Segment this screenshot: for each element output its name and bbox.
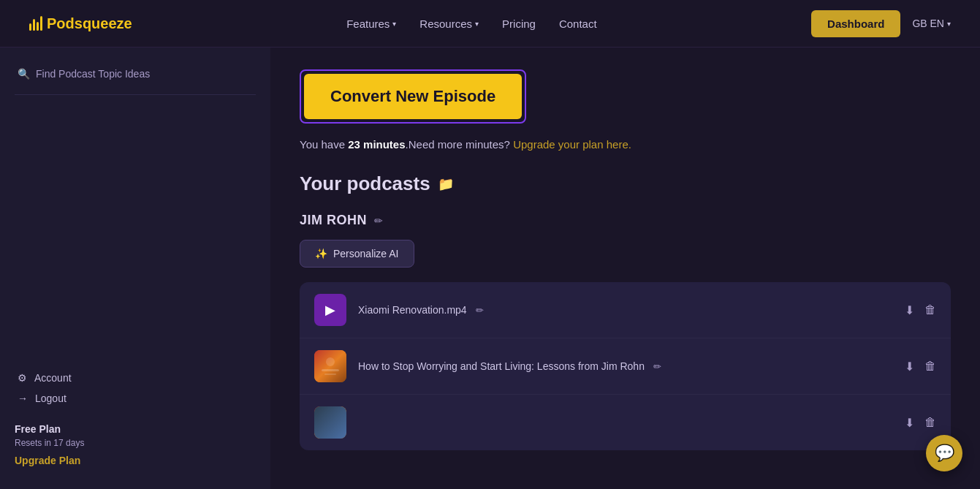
convert-new-episode-button[interactable]: Convert New Episode	[304, 74, 522, 119]
episode-thumb-svg	[314, 350, 346, 382]
nav-resources-label: Resources	[419, 18, 472, 30]
plan-resets: Resets in 17 days	[15, 438, 256, 448]
logo-icon[interactable]: Podsqueeze	[29, 15, 132, 32]
table-row: ⬇ 🗑	[300, 395, 951, 450]
delete-icon[interactable]: 🗑	[924, 360, 936, 373]
episode-title: How to Stop Worrying and Start Living: L…	[358, 360, 893, 372]
table-row: ▶ Xiaomi Renovation.mp4 ✏ ⬇ 🗑	[300, 282, 951, 338]
upgrade-plan-here-link[interactable]: Upgrade your plan here.	[513, 138, 631, 151]
minutes-prefix: You have	[300, 138, 348, 151]
chevron-down-icon: ▾	[475, 20, 479, 28]
episode-thumbnail	[314, 350, 346, 382]
svg-rect-3	[324, 374, 336, 375]
episode-thumbnail	[314, 406, 346, 439]
plan-name: Free Plan	[15, 423, 256, 435]
dashboard-button[interactable]: Dashboard	[811, 10, 900, 37]
main-layout: 🔍 Find Podcast Topic Ideas ⚙ Account → L…	[0, 48, 980, 489]
find-topic-label: Find Podcast Topic Ideas	[36, 68, 150, 80]
navbar: Podsqueeze Features ▾ Resources ▾ Pricin…	[0, 0, 980, 48]
folder-icon[interactable]: 📁	[438, 176, 454, 192]
episodes-list: ▶ Xiaomi Renovation.mp4 ✏ ⬇ 🗑	[300, 282, 951, 450]
episode-title-text: How to Stop Worrying and Start Living: L…	[358, 360, 645, 372]
navbar-right: Dashboard GB EN ▾	[811, 10, 951, 37]
section-title-text: Your podcasts	[300, 173, 430, 195]
episode-edit-icon[interactable]: ✏	[476, 305, 484, 316]
personalize-ai-label: Personalize AI	[333, 248, 399, 259]
your-podcasts-section-title: Your podcasts 📁	[300, 173, 951, 195]
account-label: Account	[34, 372, 72, 384]
episode-title-text: Xiaomi Renovation.mp4	[358, 304, 467, 316]
podcast-edit-icon[interactable]: ✏	[374, 215, 383, 227]
svg-rect-4	[314, 406, 346, 439]
upgrade-plan-link[interactable]: Upgrade Plan	[15, 455, 80, 466]
language-selector[interactable]: GB EN ▾	[912, 18, 951, 29]
search-icon: 🔍	[18, 68, 30, 80]
episode-actions: ⬇ 🗑	[905, 303, 936, 317]
episode-actions: ⬇ 🗑	[905, 360, 936, 374]
download-icon[interactable]: ⬇	[905, 416, 914, 430]
minutes-value: 23 minutes	[348, 138, 405, 151]
logout-label: Logout	[35, 393, 67, 404]
sidebar-top: 🔍 Find Podcast Topic Ideas	[15, 62, 256, 104]
chevron-down-icon: ▾	[947, 20, 951, 28]
episode-edit-icon[interactable]: ✏	[653, 361, 661, 372]
find-podcast-topic-button[interactable]: 🔍 Find Podcast Topic Ideas	[15, 62, 256, 86]
delete-icon[interactable]: 🗑	[924, 416, 936, 429]
lang-label: GB EN	[912, 18, 944, 29]
podcast-name: JIM ROHN	[300, 213, 367, 228]
episode-thumb-svg	[314, 406, 346, 439]
podcast-name-row: JIM ROHN ✏	[300, 213, 951, 228]
episode-title: Xiaomi Renovation.mp4 ✏	[358, 304, 893, 316]
nav-resources[interactable]: Resources ▾	[419, 18, 479, 30]
plan-section: Free Plan Resets in 17 days Upgrade Plan	[15, 423, 256, 467]
logo-area: Podsqueeze	[29, 15, 132, 32]
svg-point-1	[326, 357, 335, 366]
logo-bars-icon	[29, 16, 42, 31]
chat-bubble-button[interactable]: 💬	[926, 435, 962, 471]
play-icon: ▶	[325, 302, 335, 318]
episode-actions: ⬇ 🗑	[905, 416, 936, 430]
minutes-suffix: .Need more minutes?	[406, 138, 514, 151]
delete-icon[interactable]: 🗑	[924, 303, 936, 316]
nav-pricing[interactable]: Pricing	[502, 18, 536, 30]
episode-thumbnail: ▶	[314, 294, 346, 326]
chevron-down-icon: ▾	[392, 20, 396, 28]
nav-pricing-label: Pricing	[502, 18, 536, 30]
chat-icon: 💬	[935, 444, 954, 463]
nav-features-label: Features	[346, 18, 390, 30]
wand-icon: ✨	[315, 248, 327, 259]
personalize-ai-button[interactable]: ✨ Personalize AI	[300, 240, 414, 268]
nav-contact-label: Contact	[559, 18, 597, 30]
sidebar: 🔍 Find Podcast Topic Ideas ⚙ Account → L…	[0, 48, 270, 489]
gear-icon: ⚙	[18, 372, 27, 384]
download-icon[interactable]: ⬇	[905, 303, 914, 317]
table-row: How to Stop Worrying and Start Living: L…	[300, 338, 951, 395]
minutes-info: You have 23 minutes.Need more minutes? U…	[300, 138, 951, 151]
account-item[interactable]: ⚙ Account	[15, 368, 256, 388]
sidebar-bottom: ⚙ Account → Logout Free Plan Resets in 1…	[15, 368, 256, 474]
convert-button-wrapper: Convert New Episode	[300, 69, 526, 124]
nav-features[interactable]: Features ▾	[346, 18, 396, 30]
svg-rect-2	[322, 369, 339, 371]
logo-text: Podsqueeze	[47, 15, 132, 32]
logout-item[interactable]: → Logout	[15, 388, 256, 409]
download-icon[interactable]: ⬇	[905, 360, 914, 374]
nav-contact[interactable]: Contact	[559, 18, 597, 30]
main-content: Convert New Episode You have 23 minutes.…	[270, 48, 980, 489]
nav-links: Features ▾ Resources ▾ Pricing Contact	[346, 18, 596, 30]
logout-icon: →	[18, 393, 28, 404]
sidebar-divider	[15, 94, 256, 95]
